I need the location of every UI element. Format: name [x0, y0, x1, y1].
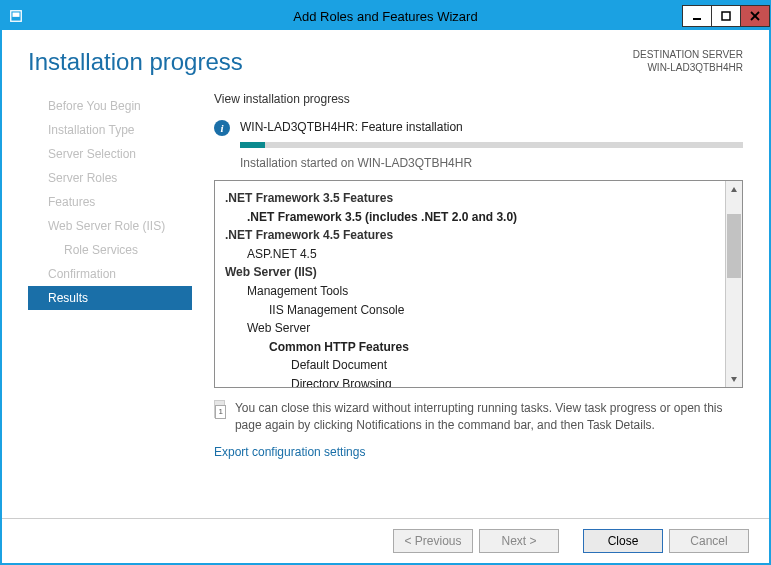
sidebar-item-features: Features	[2, 190, 192, 214]
close-note-text: You can close this wizard without interr…	[235, 400, 743, 435]
sidebar-item-server-roles: Server Roles	[2, 166, 192, 190]
main-panel: View installation progress i WIN-LAD3QTB…	[192, 92, 769, 518]
wizard-sidebar: Before You BeginInstallation TypeServer …	[2, 92, 192, 518]
flag-icon	[214, 400, 225, 418]
svg-rect-3	[722, 12, 730, 20]
wizard-body: Installation progress DESTINATION SERVER…	[2, 30, 769, 563]
destination-value: WIN-LAD3QTBH4HR	[633, 61, 743, 74]
window-title: Add Roles and Features Wizard	[2, 9, 769, 24]
svg-rect-1	[13, 13, 20, 17]
minimize-button[interactable]	[682, 5, 712, 27]
scroll-down-button[interactable]	[726, 370, 742, 387]
scroll-thumb[interactable]	[727, 214, 741, 278]
previous-button: < Previous	[393, 529, 473, 553]
svg-marker-7	[731, 377, 737, 382]
feature-item: Web Server (IIS)	[225, 263, 715, 282]
svg-marker-6	[731, 187, 737, 192]
feature-item: .NET Framework 4.5 Features	[225, 226, 715, 245]
scrollbar[interactable]	[725, 181, 742, 387]
feature-list-box: .NET Framework 3.5 Features.NET Framewor…	[214, 180, 743, 388]
maximize-button[interactable]	[711, 5, 741, 27]
cancel-button: Cancel	[669, 529, 749, 553]
titlebar[interactable]: Add Roles and Features Wizard	[2, 2, 769, 30]
close-button[interactable]: Close	[583, 529, 663, 553]
sidebar-item-installation-type: Installation Type	[2, 118, 192, 142]
feature-item: Default Document	[225, 356, 715, 375]
scroll-track[interactable]	[726, 198, 742, 370]
feature-list: .NET Framework 3.5 Features.NET Framewor…	[215, 181, 725, 387]
system-icon	[6, 6, 26, 26]
scroll-up-button[interactable]	[726, 181, 742, 198]
close-window-button[interactable]	[740, 5, 770, 27]
wizard-footer: < Previous Next > Close Cancel	[2, 518, 769, 563]
install-started-text: Installation started on WIN-LAD3QTBH4HR	[240, 156, 743, 170]
feature-item: Web Server	[225, 319, 715, 338]
sidebar-item-role-services: Role Services	[2, 238, 192, 262]
sidebar-item-server-selection: Server Selection	[2, 142, 192, 166]
main-heading: View installation progress	[214, 92, 743, 106]
feature-item: ASP.NET 4.5	[225, 245, 715, 264]
feature-item: Management Tools	[225, 282, 715, 301]
feature-item: .NET Framework 3.5 Features	[225, 189, 715, 208]
destination-label: DESTINATION SERVER	[633, 48, 743, 61]
feature-item: Common HTTP Features	[225, 338, 715, 357]
window-buttons	[682, 5, 769, 27]
page-title: Installation progress	[28, 48, 243, 76]
export-config-link[interactable]: Export configuration settings	[214, 445, 743, 459]
wizard-window: Add Roles and Features Wizard Installati…	[0, 0, 771, 565]
feature-item: Directory Browsing	[225, 375, 715, 387]
next-button: Next >	[479, 529, 559, 553]
status-text: WIN-LAD3QTBH4HR: Feature installation	[240, 120, 463, 134]
destination-server: DESTINATION SERVER WIN-LAD3QTBH4HR	[633, 48, 743, 74]
sidebar-item-before-you-begin: Before You Begin	[2, 94, 192, 118]
progress-bar	[240, 142, 743, 148]
feature-item: .NET Framework 3.5 (includes .NET 2.0 an…	[225, 208, 715, 227]
sidebar-item-web-server-role-iis-: Web Server Role (IIS)	[2, 214, 192, 238]
feature-item: IIS Management Console	[225, 301, 715, 320]
progress-fill	[240, 142, 265, 148]
info-icon: i	[214, 120, 230, 136]
sidebar-item-confirmation: Confirmation	[2, 262, 192, 286]
sidebar-item-results[interactable]: Results	[28, 286, 192, 310]
